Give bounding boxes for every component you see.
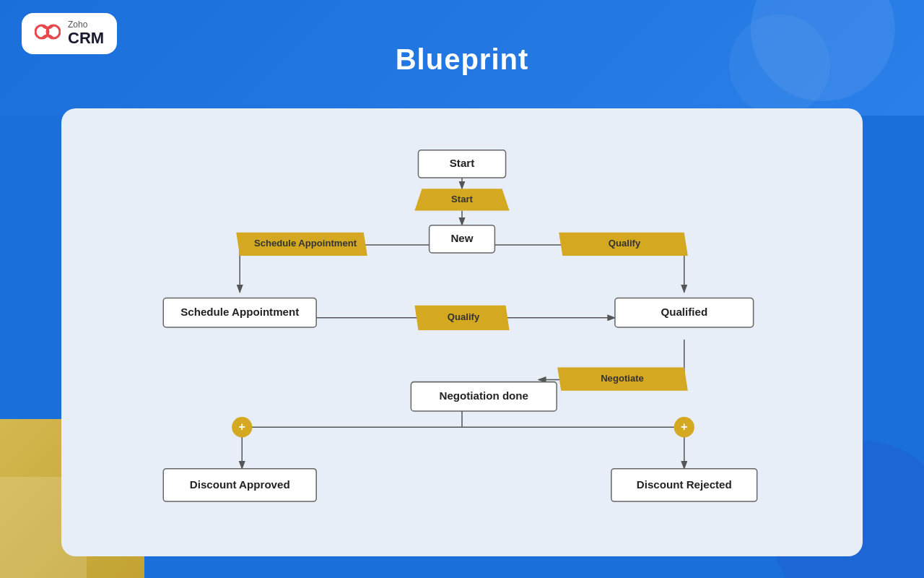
- schedule-appointment-box-label: Schedule Appointment: [180, 306, 299, 318]
- discount-approved-label: Discount Approved: [190, 478, 290, 491]
- qualify-transition-bottom-label: Qualify: [448, 311, 480, 322]
- schedule-appointment-transition-label: Schedule Appointment: [254, 238, 357, 249]
- negotiation-done-box-label: Negotiation done: [440, 389, 529, 402]
- plus-icon-right: +: [681, 420, 687, 433]
- plus-icon-left: +: [239, 420, 245, 433]
- new-box-label: New: [450, 232, 473, 244]
- page-title: Blueprint: [0, 43, 924, 76]
- zoho-icon: [35, 22, 61, 46]
- start-box-label: Start: [450, 157, 474, 169]
- qualify-transition-top-label: Qualify: [609, 238, 641, 249]
- discount-rejected-label: Discount Rejected: [637, 478, 732, 491]
- negotiate-transition-label: Negotiate: [601, 373, 644, 384]
- main-card: Start Start New Schedule Appointment Qua…: [61, 108, 863, 556]
- start-transition-label: Start: [451, 194, 474, 204]
- qualified-box-label: Qualified: [661, 306, 707, 318]
